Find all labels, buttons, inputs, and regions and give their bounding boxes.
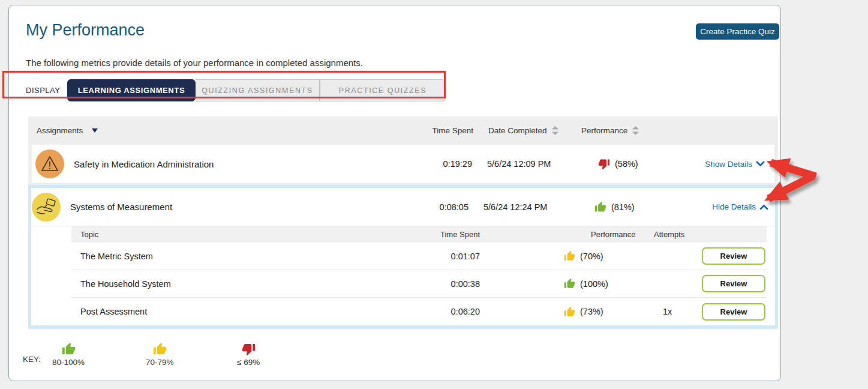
tab-learning-assignments[interactable]: LEARNING ASSIGNMENTS: [67, 79, 196, 101]
thumb-up-icon: [564, 278, 575, 289]
key-label: KEY:: [23, 355, 41, 364]
assignments-sort-header[interactable]: Assignments: [37, 126, 403, 135]
assignment-time-spent: 0:08:05: [398, 202, 468, 212]
warning-icon: [35, 149, 64, 178]
key-item-yellow: 70-79%: [146, 342, 174, 367]
medication-pour-icon: [32, 193, 61, 222]
topic-table-header: Topic Time Spent Performance Attempts: [71, 226, 767, 243]
topic-performance: (70%): [580, 252, 603, 261]
key-range: ≤ 69%: [237, 358, 260, 367]
assignment-date-completed: 5/6/24 12:09 PM: [472, 159, 580, 169]
assignment-title: Safety in Medication Administration: [74, 159, 214, 169]
assignment-time-spent: 0:19:29: [401, 159, 472, 169]
topic-row: Post Assessment 0:06:20 (73%) 1x Review: [71, 298, 767, 325]
assignments-column-label: Assignments: [37, 126, 83, 135]
topic-time-spent: 0:01:07: [405, 252, 480, 261]
display-label: DISPLAY: [26, 86, 60, 95]
thumb-up-icon: [564, 250, 575, 262]
performance-column-label: Performance: [581, 126, 627, 135]
key-item-red: ≤ 69%: [237, 342, 260, 367]
topic-performance: (73%): [580, 307, 603, 316]
thumb-up-icon: [564, 306, 575, 318]
review-button[interactable]: Review: [702, 303, 765, 321]
key-range: 70-79%: [146, 358, 174, 367]
topic-column-label: Topic: [71, 230, 405, 239]
thumb-up-icon: [594, 201, 606, 213]
show-details-control[interactable]: Show Details: [700, 160, 765, 169]
topic-details-table: Topic Time Spent Performance Attempts Th…: [71, 226, 767, 325]
topic-title: Post Assessment: [71, 307, 405, 316]
date-completed-column-label: Date Completed: [488, 126, 547, 135]
topic-performance: (100%): [580, 279, 608, 289]
create-practice-quiz-button[interactable]: Create Practice Quiz: [696, 23, 779, 40]
topic-title: The Metric System: [71, 252, 405, 261]
thumb-down-icon: [242, 342, 256, 356]
time-spent-column-label: Time Spent: [403, 126, 473, 135]
key-item-green: 80-100%: [52, 342, 85, 367]
chevron-down-icon[interactable]: [756, 161, 765, 167]
assignment-performance: (81%): [611, 202, 635, 212]
performance-sort-header[interactable]: Performance: [581, 126, 701, 135]
sort-icon: [632, 126, 639, 135]
main-card: My Performance Create Practice Quiz The …: [8, 5, 781, 381]
topic-time-column-label: Time Spent: [405, 230, 480, 239]
assignment-title: Systems of Measurement: [70, 202, 172, 212]
topic-attempts-column-label: Attempts: [624, 230, 690, 239]
page-title: My Performance: [26, 21, 145, 40]
show-details-link[interactable]: Show Details: [705, 160, 752, 169]
topic-time-spent: 0:06:20: [405, 307, 480, 316]
thumb-up-icon: [62, 342, 76, 356]
expanded-assignment-section: Systems of Measurement 0:08:05 5/6/24 12…: [28, 185, 778, 328]
tab-quizzing-assignments[interactable]: QUIZZING ASSIGNMENTS: [196, 79, 320, 101]
topic-time-spent: 0:00:38: [405, 279, 480, 289]
topic-performance-column-label: Performance: [480, 230, 624, 239]
key-range: 80-100%: [52, 358, 85, 367]
assignment-performance: (58%): [615, 159, 638, 169]
topic-attempts: 1x: [624, 307, 690, 316]
date-completed-sort-header[interactable]: Date Completed: [473, 126, 581, 135]
page-description: The following metrics provide details of…: [26, 58, 363, 68]
topic-row: The Household System 0:00:38 (100%) Revi…: [71, 270, 767, 298]
topic-row: The Metric System 0:01:07 (70%) Review: [71, 243, 767, 270]
hide-details-control[interactable]: Hide Details: [696, 202, 768, 211]
review-button[interactable]: Review: [702, 247, 765, 265]
thumb-up-icon: [153, 342, 167, 356]
display-tab-group: LEARNING ASSIGNMENTS QUIZZING ASSIGNMENT…: [67, 79, 446, 101]
assignment-row: Systems of Measurement 0:08:05 5/6/24 12…: [31, 188, 775, 226]
assignment-row: Safety in Medication Administration 0:19…: [32, 145, 774, 183]
thumb-down-icon: [598, 158, 610, 170]
assignments-table-header: Assignments Time Spent Date Completed Pe…: [28, 116, 778, 145]
assignments-table: Assignments Time Spent Date Completed Pe…: [28, 116, 778, 330]
topic-title: The Household System: [71, 279, 405, 289]
assignment-date-completed: 5/6/24 12:24 PM: [468, 202, 576, 212]
chevron-up-icon[interactable]: [759, 204, 768, 210]
review-button[interactable]: Review: [702, 275, 765, 292]
dropdown-arrow-icon: [92, 128, 98, 133]
tab-practice-quizzes[interactable]: PRACTICE QUIZZES: [320, 79, 446, 101]
hide-details-link[interactable]: Hide Details: [712, 202, 756, 211]
sort-icon: [552, 126, 558, 135]
